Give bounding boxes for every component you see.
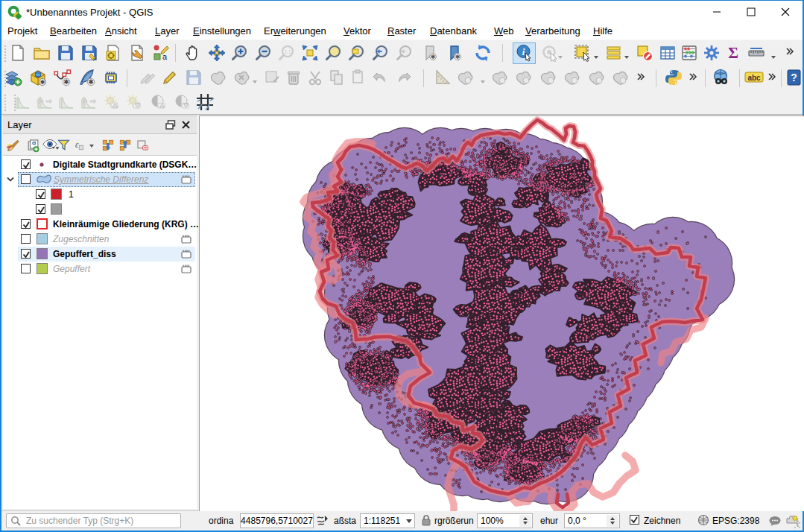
svg-text:ε: ε: [75, 140, 79, 150]
